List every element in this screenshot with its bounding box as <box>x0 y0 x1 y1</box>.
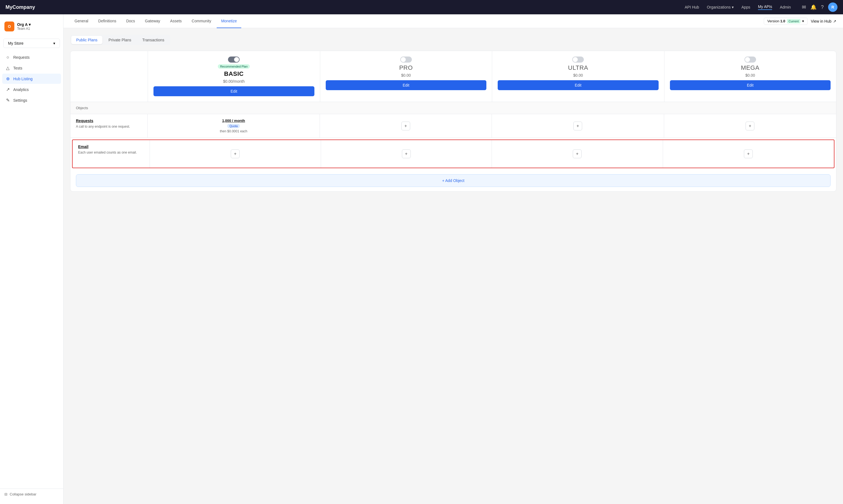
tab-definitions[interactable]: Definitions <box>94 14 121 28</box>
requests-object-row: Requests A call to any endpoint is one r… <box>70 114 836 138</box>
requests-mega-add-button[interactable]: + <box>745 122 754 130</box>
org-name: Org A ▾ <box>17 22 59 27</box>
tab-assets[interactable]: Assets <box>166 14 186 28</box>
basic-plan-price: $0.00/month <box>223 79 244 84</box>
tab-general[interactable]: General <box>70 14 93 28</box>
plans-container: Recommended Plan BASIC $0.00/month Edit … <box>70 51 837 192</box>
nav-admin[interactable]: Admin <box>780 5 791 10</box>
store-selector[interactable]: My Store ▾ <box>3 39 60 48</box>
email-object-row: Email Each user emailed counts as one em… <box>73 140 834 168</box>
mail-icon[interactable]: ✉ <box>802 4 806 10</box>
layout: O Org A ▾ Team A1 My Store ▾ ○ Requests … <box>0 14 843 504</box>
email-row-highlight: Email Each user emailed counts as one em… <box>72 140 835 168</box>
nav-api-hub[interactable]: API Hub <box>685 5 699 10</box>
org-info: Org A ▾ Team A1 <box>17 22 59 31</box>
requests-icon: ○ <box>5 55 11 60</box>
mega-plan-price: $0.00 <box>745 73 755 77</box>
pro-toggle[interactable] <box>400 56 412 62</box>
objects-section-header: Objects <box>70 102 836 114</box>
email-name[interactable]: Email <box>78 144 144 149</box>
plan-basic: Recommended Plan BASIC $0.00/month Edit <box>148 51 320 102</box>
analytics-icon: ↗ <box>5 87 11 92</box>
requests-description: A call to any endpoint is one request. <box>76 124 142 129</box>
plans-header: Recommended Plan BASIC $0.00/month Edit … <box>70 51 836 102</box>
requests-pro-add-button[interactable]: + <box>401 122 410 130</box>
plan-mega: MEGA $0.00 Edit <box>664 51 837 102</box>
nav-organizations[interactable]: Organizations ▾ <box>707 5 734 10</box>
email-pro-add-button[interactable]: + <box>402 149 411 158</box>
top-nav-links: API Hub Organizations ▾ Apps My APIs Adm… <box>685 4 791 10</box>
tab-gateway[interactable]: Gateway <box>140 14 165 28</box>
pro-plan-name: PRO <box>399 64 413 71</box>
plans-header-empty <box>70 51 148 102</box>
content-area: Public Plans Private Plans Transactions … <box>64 28 843 504</box>
sidebar-item-analytics[interactable]: ↗ Analytics <box>2 84 61 94</box>
top-nav: MyCompany API Hub Organizations ▾ Apps M… <box>0 0 843 14</box>
nav-my-apis[interactable]: My APIs <box>758 4 772 10</box>
email-ultra-add-button[interactable]: + <box>573 149 582 158</box>
plan-pro: PRO $0.00 Edit <box>320 51 492 102</box>
collapse-sidebar-button[interactable]: ⊟ Collapse sidebar <box>4 492 59 496</box>
requests-info: Requests A call to any endpoint is one r… <box>70 114 148 138</box>
objects-label: Objects <box>76 106 153 110</box>
ultra-edit-button[interactable]: Edit <box>498 80 659 90</box>
email-ultra-cell: + <box>492 140 663 168</box>
requests-ultra-add-button[interactable]: + <box>573 122 582 130</box>
main-content: General Definitions Docs Gateway Assets … <box>64 14 843 504</box>
bell-icon[interactable]: 🔔 <box>810 4 816 10</box>
requests-basic-cell: 1,000 / month Quota then $0.0001 each <box>148 114 320 138</box>
requests-ultra-cell: + <box>492 114 664 138</box>
ultra-plan-price: $0.00 <box>573 73 583 77</box>
org-team: Team A1 <box>17 27 59 31</box>
tab-monetize[interactable]: Monetize <box>217 14 241 28</box>
sidebar-item-tests[interactable]: △ Tests <box>2 63 61 73</box>
view-in-hub-button[interactable]: View in Hub ↗ <box>811 19 837 23</box>
email-basic-add-button[interactable]: + <box>231 149 240 158</box>
nav-apps[interactable]: Apps <box>741 5 750 10</box>
brand-logo: MyCompany <box>5 4 35 10</box>
tab-transactions[interactable]: Transactions <box>137 36 170 44</box>
tab-private-plans[interactable]: Private Plans <box>104 36 136 44</box>
ultra-toggle[interactable] <box>572 56 584 62</box>
sidebar-footer: ⊟ Collapse sidebar <box>0 489 63 500</box>
sidebar-item-hub-listing[interactable]: ⊕ Hub Listing <box>2 74 61 84</box>
tab-public-plans[interactable]: Public Plans <box>71 36 102 44</box>
add-object-button[interactable]: + Add Object <box>76 174 830 187</box>
version-label: Version 1.0 <box>767 19 785 23</box>
sub-nav: General Definitions Docs Gateway Assets … <box>64 14 843 28</box>
tab-community[interactable]: Community <box>187 14 216 28</box>
add-object-row: + Add Object <box>70 170 836 191</box>
requests-name[interactable]: Requests <box>76 119 142 123</box>
basic-edit-button[interactable]: Edit <box>153 86 314 96</box>
sidebar-nav: ○ Requests △ Tests ⊕ Hub Listing ↗ Analy… <box>0 52 63 489</box>
email-info: Email Each user emailed counts as one em… <box>73 140 150 168</box>
requests-basic-quota[interactable]: 1,000 / month <box>222 119 245 123</box>
store-chevron-icon: ▾ <box>53 41 55 46</box>
email-mega-cell: + <box>663 140 834 168</box>
help-icon[interactable]: ? <box>821 4 824 10</box>
current-badge: Current <box>787 19 801 23</box>
pro-edit-button[interactable]: Edit <box>326 80 487 90</box>
basic-toggle[interactable] <box>228 56 240 62</box>
email-mega-add-button[interactable]: + <box>744 149 753 158</box>
org-avatar: O <box>4 21 14 32</box>
version-chevron-icon: ▾ <box>802 19 804 23</box>
sidebar-item-requests[interactable]: ○ Requests <box>2 52 61 62</box>
org-chevron-icon: ▾ <box>29 22 31 27</box>
pro-plan-price: $0.00 <box>401 73 411 77</box>
recommended-badge: Recommended Plan <box>218 64 250 69</box>
external-link-icon: ↗ <box>833 19 837 23</box>
mega-edit-button[interactable]: Edit <box>670 80 831 90</box>
avatar[interactable]: R <box>828 2 838 12</box>
tab-docs[interactable]: Docs <box>122 14 139 28</box>
email-description: Each user emailed counts as one email. <box>78 150 144 155</box>
sidebar-item-settings[interactable]: ✎ Settings <box>2 95 61 105</box>
org-switcher[interactable]: O Org A ▾ Team A1 <box>0 19 63 34</box>
settings-icon: ✎ <box>5 97 11 103</box>
basic-plan-name: BASIC <box>224 70 244 77</box>
version-selector[interactable]: Version 1.0 Current ▾ <box>764 18 808 25</box>
mega-toggle[interactable] <box>744 56 756 62</box>
sub-nav-right: Version 1.0 Current ▾ View in Hub ↗ <box>764 18 837 25</box>
top-nav-icons: ✉ 🔔 ? R <box>802 2 838 12</box>
tests-icon: △ <box>5 65 11 71</box>
